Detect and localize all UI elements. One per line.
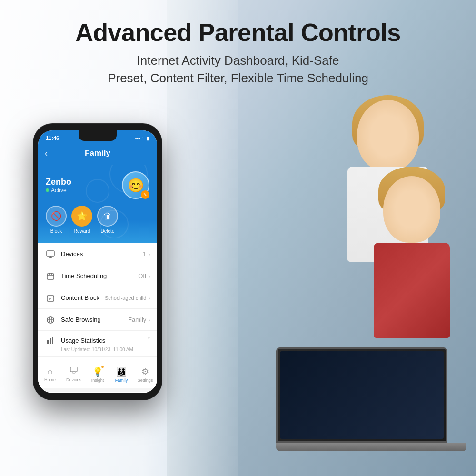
home-nav-icon: ⌂ [48,367,53,377]
profile-avatar[interactable]: 😊 ✎ [122,171,149,199]
nav-bar: ‹ Family [38,144,157,165]
menu-item-devices[interactable]: Devices 1 › [38,243,157,265]
family-nav-icon: 👪 [116,367,127,377]
content-block-chevron: › [148,294,150,302]
nav-insight[interactable]: 💡 Insight [86,367,109,383]
time-scheduling-icon [45,270,56,282]
avatar-image: 😊 [128,178,144,193]
time-scheduling-chevron: › [148,272,150,280]
usage-stats-chevron: ˅ [147,337,150,344]
menu-item-content-block[interactable]: Content Block School-aged child › [38,287,157,309]
svg-rect-0 [47,251,54,256]
main-title: Advanced Parental Controls [10,19,466,46]
phone-screen: 11:46 ▪▪▪ ≈ ▮ ‹ Family [38,130,157,393]
svg-rect-21 [70,367,77,372]
menu-list: Devices 1 › Time Scheduling [38,243,157,382]
safe-browsing-value: Family [128,316,146,323]
insight-dot [101,366,104,368]
usage-stats-sub: Last Updated: 10/31/23, 11:00 AM [45,347,150,352]
svg-rect-3 [47,274,54,279]
menu-item-usage-statistics[interactable]: Usage Statistics ˅ Last Updated: 10/31/2… [38,331,157,357]
home-nav-label: Home [44,377,56,382]
safe-browsing-icon [45,314,56,326]
sub-title-line2: Preset, Content Filter, Flexible Time Sc… [108,71,368,85]
menu-item-safe-browsing[interactable]: Safe Browsing Family › [38,309,157,331]
avatar-edit-button[interactable]: ✎ [141,190,149,199]
phone-body: 11:46 ▪▪▪ ≈ ▮ ‹ Family [33,124,162,400]
family-nav-label: Family [115,378,128,383]
insight-icon-wrap: 💡 [92,367,103,377]
signal-icon: ▪▪▪ [135,136,140,141]
safe-browsing-chevron: › [148,316,150,324]
profile-section: Zenbo Active 😊 ✎ 🚫 Block [38,165,157,243]
wifi-icon: ≈ [142,136,145,141]
menu-item-time-scheduling[interactable]: Time Scheduling Off › [38,265,157,287]
insight-nav-label: Insight [91,378,104,383]
devices-icon [45,248,56,260]
svg-rect-22 [72,372,75,373]
insight-nav-icon: 💡 [92,367,103,377]
nav-home[interactable]: ⌂ Home [38,367,62,382]
sub-title-line1: Internet Activity Dashboard, Kid-Safe [137,53,339,68]
nav-title: Family [85,149,110,158]
settings-nav-icon: ⚙ [141,367,149,377]
svg-rect-16 [52,337,53,344]
time-scheduling-value: Off [138,272,146,279]
content-block-label: Content Block [61,294,105,301]
nav-devices[interactable]: Devices [62,367,86,382]
settings-nav-label: Settings [138,378,153,383]
usage-stats-icon [45,335,56,346]
content-block-value: School-aged child [105,295,146,301]
safe-browsing-label: Safe Browsing [61,316,128,323]
usage-stats-label: Usage Statistics [61,337,147,344]
sub-title: Internet Activity Dashboard, Kid-Safe Pr… [10,52,466,87]
devices-nav-label: Devices [66,377,81,382]
usage-header: Usage Statistics ˅ [45,335,150,346]
phone-mockup: 11:46 ▪▪▪ ≈ ▮ ‹ Family [33,124,162,400]
header-area: Advanced Parental Controls Internet Acti… [0,10,476,96]
phone-notch [79,130,117,141]
svg-rect-15 [50,338,51,344]
devices-chevron: › [148,250,150,258]
time-scheduling-label: Time Scheduling [61,272,138,279]
devices-nav-icon [70,367,78,377]
nav-settings[interactable]: ⚙ Settings [133,367,157,383]
battery-icon: ▮ [147,136,149,141]
devices-label: Devices [61,250,143,258]
svg-rect-14 [47,340,49,344]
nav-family[interactable]: 👪 Family [109,367,133,383]
status-time: 11:46 [46,135,59,141]
content-block-icon [45,292,56,304]
bottom-nav: ⌂ Home Devices [38,360,157,388]
nav-back-button[interactable]: ‹ [45,149,48,159]
status-icons: ▪▪▪ ≈ ▮ [135,136,149,141]
devices-value: 1 [143,250,146,258]
